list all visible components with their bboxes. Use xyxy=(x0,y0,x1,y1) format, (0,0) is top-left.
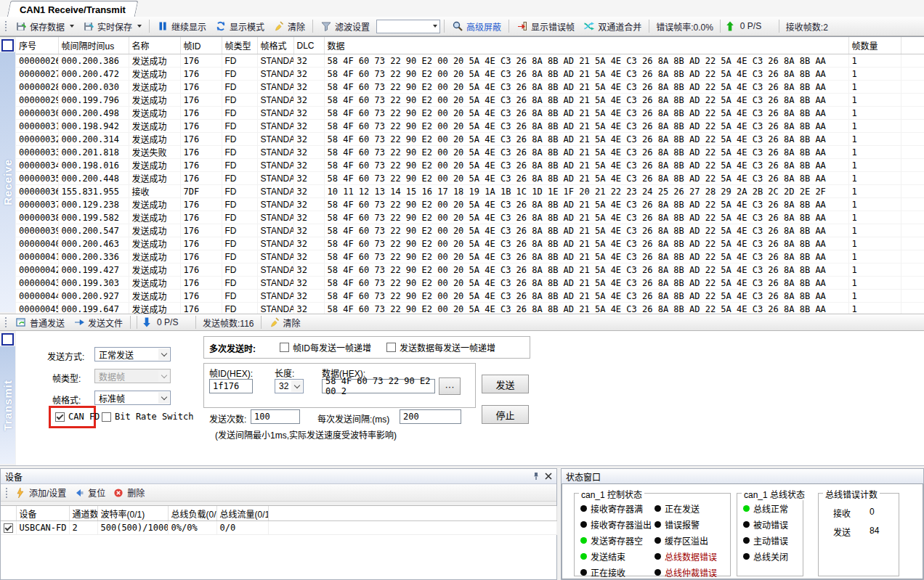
realtime-save-button[interactable]: 实时保存 xyxy=(79,19,145,34)
reset-button[interactable]: 复位 xyxy=(70,485,109,500)
table-row[interactable]: 00000041000.200.336发送成功176FDSTANDARD3258… xyxy=(16,250,924,264)
normal-send-button[interactable]: 普通发送 xyxy=(12,315,68,330)
length-select[interactable]: 32 xyxy=(275,379,304,393)
table-row[interactable]: 00000033000.201.818发送失败176FDSTANDARD3258… xyxy=(16,146,924,159)
table-row[interactable]: 00000044000.200.927发送成功176FDSTANDARD3258… xyxy=(16,290,924,303)
column-header-data[interactable]: 数据 xyxy=(324,37,848,54)
stop-button[interactable]: 停止 xyxy=(482,405,529,424)
table-row[interactable]: 00000030000.200.498发送成功176FDSTANDARD3258… xyxy=(16,107,924,120)
column-header-channels[interactable]: 通道数 xyxy=(69,506,97,521)
transmit-collapse-box[interactable] xyxy=(1,333,14,346)
data-more-button[interactable]: ··· xyxy=(439,377,461,395)
tab-can1-receive-transmit[interactable]: CAN1 Receive/Transmit xyxy=(7,1,139,17)
table-row[interactable]: 00000031000.198.942发送成功176FDSTANDARD3258… xyxy=(16,120,924,133)
filter-settings-button[interactable]: 滤波设置 xyxy=(317,19,373,34)
display-mode-button[interactable]: 显示模式 xyxy=(211,19,268,34)
cell: 000.201.818 xyxy=(58,146,129,159)
toolbar-grip[interactable] xyxy=(4,486,8,499)
cell: 发送成功 xyxy=(129,68,180,81)
receive-table-header-row: 序号 帧间隔时间us 名称 帧ID 帧类型 帧格式 DLC 数据 帧数量 xyxy=(16,37,924,54)
received-frames-count: 接收帧数:2 xyxy=(783,19,831,34)
cell: 32 xyxy=(293,250,324,264)
show-error-frames-button[interactable]: 显示错误帧 xyxy=(513,19,578,34)
bit-rate-switch-row: Bit Rate Switch xyxy=(102,412,193,422)
data-hex-input[interactable]: 58 4F 60 73 22 90 E2 00 2 xyxy=(322,379,435,393)
table-row[interactable]: 00000034000.198.016发送成功176FDSTANDARD3258… xyxy=(16,159,924,172)
cell: FD xyxy=(222,237,257,250)
column-header-bus-load[interactable]: 总线负载(0/1) xyxy=(168,506,216,521)
table-row[interactable]: 00000026000.200.386发送成功176FDSTANDARD3258… xyxy=(16,54,924,68)
column-header-seq[interactable]: 序号 xyxy=(16,37,58,54)
cell-filler xyxy=(901,159,924,172)
column-header-device[interactable]: 设备 xyxy=(16,506,69,521)
can-fd-checkbox[interactable] xyxy=(55,412,65,422)
table-row[interactable]: 00000039000.200.547发送成功176FDSTANDARD3258… xyxy=(16,224,924,237)
advanced-mask-button[interactable]: 高级屏蔽 xyxy=(448,19,505,34)
frame-format-select[interactable]: 标准帧 xyxy=(94,391,171,405)
cell: 1 xyxy=(848,94,901,107)
send-count-input[interactable]: 100 xyxy=(251,409,300,424)
magnifier-icon xyxy=(452,20,463,32)
table-row[interactable]: 00000027000.200.472发送成功176FDSTANDARD3258… xyxy=(16,68,924,81)
table-row[interactable]: 00000029000.199.796发送成功176FDSTANDARD3258… xyxy=(16,94,924,107)
led-black-icon xyxy=(654,569,661,576)
add-setting-button[interactable]: 添加/设置 xyxy=(11,485,70,500)
cell: 00000028 xyxy=(16,81,58,94)
toolbar-grip[interactable] xyxy=(4,316,7,329)
device-panel-title: 设备 xyxy=(5,470,23,483)
receive-collapse-box[interactable] xyxy=(1,39,14,52)
table-row[interactable]: 00000038000.199.582发送成功176FDSTANDARD3258… xyxy=(16,211,924,224)
send-mode-select[interactable]: 正常发送 xyxy=(94,347,171,362)
close-icon[interactable] xyxy=(545,473,552,480)
control-status-col2: 正在发送错误报警缓存区溢出总线数据错误总线仲裁错误 xyxy=(654,502,717,579)
column-header-interval[interactable]: 帧间隔时间us xyxy=(58,37,129,54)
device-row[interactable]: USBCAN-FD 2 500(500)/1000(5000) 0%/0% 0/… xyxy=(1,521,556,535)
save-data-button[interactable]: 保存数据 xyxy=(12,19,78,34)
column-header-baud[interactable]: 波特率(0/1) xyxy=(97,506,168,521)
device-checkbox[interactable] xyxy=(4,523,13,533)
table-row[interactable]: 00000036155.831.955接收7DFFDSTANDARD3210 1… xyxy=(16,185,924,198)
filter-combobox[interactable] xyxy=(376,20,440,33)
column-header-frame-count[interactable]: 帧数量 xyxy=(848,37,901,54)
frame-id-input[interactable]: 1f176 xyxy=(209,379,253,393)
up-arrow-icon xyxy=(724,20,736,32)
cell: 发送成功 xyxy=(129,250,180,264)
receive-table-wrap: 序号 帧间隔时间us 名称 帧ID 帧类型 帧格式 DLC 数据 帧数量 000… xyxy=(16,37,924,314)
continue-display-button[interactable]: 继续显示 xyxy=(153,19,210,34)
column-header-bus-flow[interactable]: 总线流量(0/1) xyxy=(216,506,268,521)
frame-type-select[interactable]: 数据帧 xyxy=(94,369,171,383)
bit-rate-switch-checkbox[interactable] xyxy=(102,412,111,422)
transmit-clear-button[interactable]: 清除 xyxy=(265,315,304,330)
column-header-dlc[interactable]: DLC xyxy=(293,37,324,54)
column-header-frame-type[interactable]: 帧类型 xyxy=(222,37,257,54)
cell: 176 xyxy=(180,54,222,68)
table-row[interactable]: 00000043000.199.303发送成功176FDSTANDARD3258… xyxy=(16,277,924,290)
device-table: 设备 通道数 波特率(0/1) 总线负载(0/1) 总线流量(0/1) USBC… xyxy=(1,506,557,535)
inc-data-checkbox[interactable] xyxy=(386,343,396,352)
clear-button[interactable]: 清除 xyxy=(270,19,309,34)
send-button[interactable]: 发送 xyxy=(482,375,529,393)
table-row[interactable]: 00000028000.200.030发送成功176FDSTANDARD3258… xyxy=(16,81,924,94)
error-frame-rate: 错误帧率:0.0% xyxy=(653,19,716,34)
table-row[interactable]: 00000035000.200.448发送成功176FDSTANDARD3258… xyxy=(16,172,924,185)
table-row[interactable]: 00000045000.199.647发送成功176FDSTANDARD3258… xyxy=(16,303,924,314)
inc-id-row: 帧ID每发送一帧递增 xyxy=(280,341,371,354)
send-file-button[interactable]: 发送文件 xyxy=(70,315,126,330)
table-row[interactable]: 00000042000.199.427发送成功176FDSTANDARD3258… xyxy=(16,264,924,277)
dual-channel-merge-button[interactable]: 双通道合并 xyxy=(580,19,645,34)
table-row[interactable]: 00000040000.200.463发送成功176FDSTANDARD3258… xyxy=(16,237,924,250)
cell: 58 4F 60 73 22 90 E2 00 20 5A 4E C3 26 8… xyxy=(324,81,848,94)
cell: 7DF xyxy=(180,185,222,198)
column-header-name[interactable]: 名称 xyxy=(129,37,180,54)
table-row[interactable]: 00000032000.200.314发送成功176FDSTANDARD3258… xyxy=(16,133,924,146)
column-header-frame-id[interactable]: 帧ID xyxy=(180,37,222,54)
inc-frame-id-checkbox[interactable] xyxy=(280,343,289,352)
table-row[interactable]: 00000037000.129.238发送成功176FDSTANDARD3258… xyxy=(16,198,924,211)
toolbar-grip[interactable] xyxy=(4,20,7,33)
cell: 10 11 12 13 14 15 16 17 18 19 1A 1B 1C 1… xyxy=(324,185,848,198)
interval-input[interactable]: 200 xyxy=(400,409,461,424)
delete-button[interactable]: 删除 xyxy=(109,485,148,500)
cell: 1 xyxy=(848,277,901,290)
pin-icon[interactable] xyxy=(532,472,540,481)
column-header-frame-format[interactable]: 帧格式 xyxy=(257,37,293,54)
